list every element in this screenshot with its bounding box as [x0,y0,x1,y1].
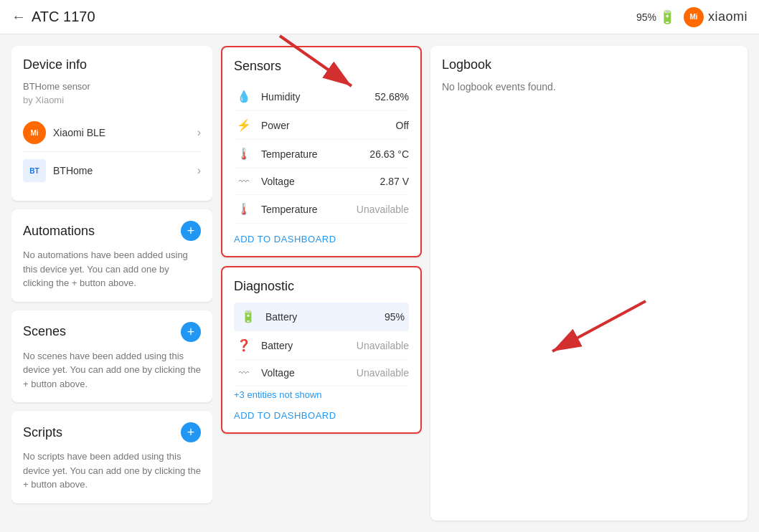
battery2-label: Battery [261,340,357,351]
add-scene-button[interactable]: + [181,322,201,342]
battery-unavailable-row: ❓ Battery Unavailable [234,331,409,360]
temperature2-icon: 🌡️ [234,202,254,216]
power-value: Off [396,120,409,131]
voltage-label: Voltage [261,176,380,187]
temperature-row: 🌡️ Temperature 26.63 °C [234,140,409,168]
automations-title: Automations [23,224,95,239]
diagnostic-title: Diagnostic [234,279,409,294]
humidity-icon: 💧 [234,90,254,103]
device-info-title: Device info [23,57,201,72]
xiaomi-badge: Mi xiaomi [684,7,748,27]
logbook-title: Logbook [442,57,736,72]
power-icon: ⚡ [234,118,254,132]
device-info-subtitle: BTHome sensor [23,81,201,92]
voltage-row: 〰 Voltage 2.87 V [234,168,409,195]
battery-main-label: Battery [265,311,385,323]
sensors-add-dashboard-button[interactable]: ADD TO DASHBOARD [234,234,409,244]
voltage-value: 2.87 V [380,176,409,187]
temperature-icon: 🌡️ [234,147,254,161]
device-info-by: by Xiaomi [23,95,201,105]
back-button[interactable]: ← [11,9,26,25]
xiaomi-ble-chevron-icon: › [197,126,201,139]
scenes-header: Scenes + [23,322,201,342]
scenes-card: Scenes + No scenes have been added using… [11,310,212,403]
add-automation-button[interactable]: + [181,221,201,241]
power-label: Power [261,120,396,131]
add-script-button[interactable]: + [181,422,201,442]
humidity-value: 52.68% [375,91,409,103]
automations-empty-text: No automations have been added using thi… [23,248,201,290]
sensors-card: Sensors 💧 Humidity 52.68% ⚡ Power Off 🌡️… [221,46,422,257]
automations-header: Automations + [23,221,201,241]
xiaomi-ble-label: Xiaomi BLE [53,127,105,138]
entities-not-shown[interactable]: +3 entities not shown [234,389,409,400]
xiaomi-ble-icon: Mi [23,121,46,144]
page-title: ATC 1170 [32,9,95,25]
temperature-value: 26.63 °C [369,148,409,160]
sensors-title: Sensors [234,59,409,74]
battery-icon: 🔋 [659,9,675,25]
logbook-card: Logbook No logbook events found. [430,46,748,521]
temperature2-label: Temperature [261,204,357,215]
scripts-empty-text: No scripts have been added using this de… [23,450,201,492]
bthome-label: BTHome [53,165,93,176]
automations-card: Automations + No automations have been a… [11,209,212,302]
power-row: ⚡ Power Off [234,111,409,140]
top-bar-right: 95% 🔋 Mi xiaomi [636,7,748,27]
diag-voltage-icon: 〰 [234,367,254,379]
battery-percent: 95% [636,11,656,23]
right-column: Logbook No logbook events found. [430,46,748,521]
diag-voltage-value: Unavailable [357,367,409,379]
device-info-card: Device info BTHome sensor by Xiaomi Mi X… [11,46,212,201]
main-content: Device info BTHome sensor by Xiaomi Mi X… [0,34,759,532]
battery-indicator: 95% 🔋 [636,9,675,25]
scenes-title: Scenes [23,324,66,339]
temperature-unavailable-row: 🌡️ Temperature Unavailable [234,195,409,224]
battery-main-value: 95% [385,311,405,323]
top-bar-left: ← ATC 1170 [11,9,95,25]
diagnostic-voltage-row: 〰 Voltage Unavailable [234,360,409,386]
scripts-card: Scripts + No scripts have been added usi… [11,411,212,503]
humidity-row: 💧 Humidity 52.68% [234,82,409,111]
scenes-empty-text: No scenes have been added using this dev… [23,349,201,391]
logbook-empty-text: No logbook events found. [442,81,736,92]
middle-column: Sensors 💧 Humidity 52.68% ⚡ Power Off 🌡️… [221,46,422,521]
battery-main-row: 🔋 Battery 95% [234,303,409,331]
temperature-label: Temperature [261,148,369,160]
left-column: Device info BTHome sensor by Xiaomi Mi X… [11,46,212,521]
bthome-icon: BT [23,159,46,182]
top-bar: ← ATC 1170 95% 🔋 Mi xiaomi [0,0,759,34]
xiaomi-brand-text: xiaomi [708,9,748,24]
battery2-icon: ❓ [234,338,254,352]
humidity-label: Humidity [261,91,375,103]
diag-voltage-label: Voltage [261,367,357,379]
scripts-title: Scripts [23,425,62,440]
voltage-icon: 〰 [234,176,254,187]
temperature2-value: Unavailable [357,204,409,215]
diagnostic-card: Diagnostic 🔋 Battery 95% ❓ Battery Unava… [221,266,422,434]
xiaomi-ble-link[interactable]: Mi Xiaomi BLE › [23,114,201,152]
bthome-chevron-icon: › [197,164,201,177]
bthome-link[interactable]: BT BTHome › [23,152,201,189]
scripts-header: Scripts + [23,422,201,442]
battery2-value: Unavailable [357,340,409,351]
xiaomi-logo-icon: Mi [684,7,704,27]
diagnostic-add-dashboard-button[interactable]: ADD TO DASHBOARD [234,410,409,421]
battery-main-icon: 🔋 [238,310,258,323]
